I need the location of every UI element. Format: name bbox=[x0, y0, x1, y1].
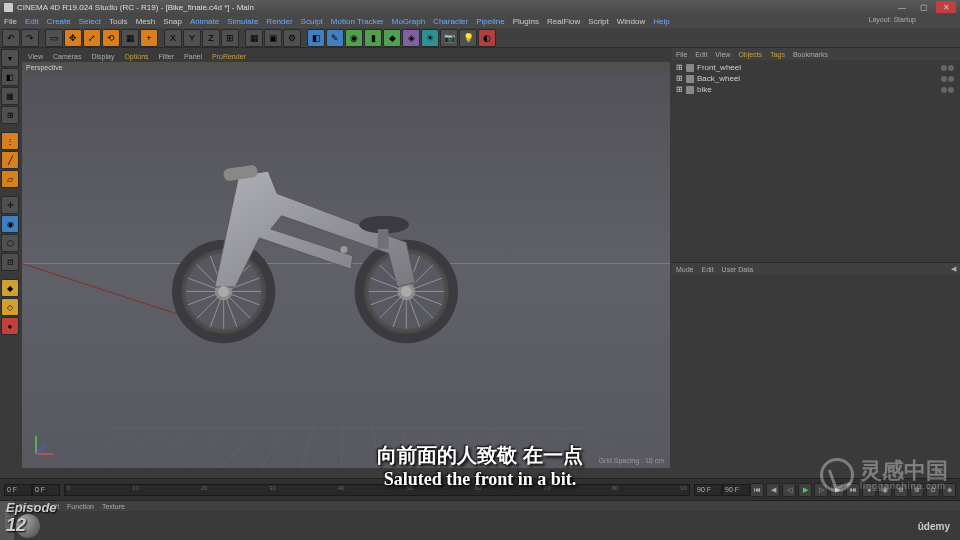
vp-menu-prorender[interactable]: ProRender bbox=[212, 53, 246, 60]
tl-goto-start[interactable]: ⏮ bbox=[750, 483, 764, 497]
render-settings-button[interactable]: ⚙ bbox=[283, 29, 301, 47]
vp-menu-panel[interactable]: Panel bbox=[184, 53, 202, 60]
watermark: 灵感中国 lingganchina.com bbox=[820, 458, 948, 492]
menu-realflow[interactable]: RealFlow bbox=[547, 17, 580, 26]
menu-animate[interactable]: Animate bbox=[190, 17, 219, 26]
generator-button[interactable]: ◆ bbox=[383, 29, 401, 47]
material-list[interactable] bbox=[14, 511, 960, 540]
cube-primitive-button[interactable]: ◧ bbox=[307, 29, 325, 47]
menu-mesh[interactable]: Mesh bbox=[136, 17, 156, 26]
menu-help[interactable]: Help bbox=[653, 17, 669, 26]
misc-tool-3[interactable]: ● bbox=[1, 317, 19, 335]
menu-window[interactable]: Window bbox=[617, 17, 645, 26]
menu-edit[interactable]: Edit bbox=[25, 17, 39, 26]
select-tool[interactable]: ▭ bbox=[45, 29, 63, 47]
subdiv-button[interactable]: ◉ bbox=[345, 29, 363, 47]
menu-simulate[interactable]: Simulate bbox=[227, 17, 258, 26]
undo-button[interactable]: ↶ bbox=[2, 29, 20, 47]
object-tree[interactable]: ⊞Front_wheel ⊞Back_wheel ⊞bike bbox=[672, 60, 960, 97]
realflow-button[interactable]: ◐ bbox=[478, 29, 496, 47]
maximize-button[interactable]: ▢ bbox=[914, 1, 934, 13]
obj-menu-tags[interactable]: Tags bbox=[770, 51, 785, 58]
mat-menu-texture[interactable]: Texture bbox=[102, 503, 125, 510]
deformer-button[interactable]: ◈ bbox=[402, 29, 420, 47]
locked-tool[interactable]: + bbox=[140, 29, 158, 47]
tree-item-bike[interactable]: ⊞bike bbox=[674, 84, 958, 95]
light-button[interactable]: 💡 bbox=[459, 29, 477, 47]
misc-tool-2[interactable]: ◇ bbox=[1, 298, 19, 316]
polys-mode-button[interactable]: ▱ bbox=[1, 170, 19, 188]
tree-item-back-wheel[interactable]: ⊞Back_wheel bbox=[674, 73, 958, 84]
environment-button[interactable]: ☀ bbox=[421, 29, 439, 47]
render-pv-button[interactable]: ▣ bbox=[264, 29, 282, 47]
points-mode-button[interactable]: ⋮ bbox=[1, 132, 19, 150]
attr-nav-icon[interactable]: ◀ bbox=[951, 265, 956, 273]
menu-mograph[interactable]: MoGraph bbox=[392, 17, 425, 26]
make-editable-button[interactable]: ▾ bbox=[1, 49, 19, 67]
viewport-solo-button[interactable]: ◉ bbox=[1, 215, 19, 233]
snap-button[interactable]: ⬡ bbox=[1, 234, 19, 252]
model-mode-button[interactable]: ◧ bbox=[1, 68, 19, 86]
menu-snap[interactable]: Snap bbox=[163, 17, 182, 26]
menu-character[interactable]: Character bbox=[433, 17, 468, 26]
vp-menu-options[interactable]: Options bbox=[124, 53, 148, 60]
y-axis-button[interactable]: Y bbox=[183, 29, 201, 47]
mat-menu-function[interactable]: Function bbox=[67, 503, 94, 510]
menu-tools[interactable]: Tools bbox=[109, 17, 128, 26]
minimize-button[interactable]: — bbox=[892, 1, 912, 13]
workplane-snap-button[interactable]: ⊟ bbox=[1, 253, 19, 271]
extrude-button[interactable]: ▮ bbox=[364, 29, 382, 47]
last-tool[interactable]: ▦ bbox=[121, 29, 139, 47]
timeline-end2-field[interactable]: 90 F bbox=[722, 484, 750, 496]
obj-menu-bookmarks[interactable]: Bookmarks bbox=[793, 51, 828, 58]
edges-mode-button[interactable]: ╱ bbox=[1, 151, 19, 169]
texture-mode-button[interactable]: ▦ bbox=[1, 87, 19, 105]
attr-menu-mode[interactable]: Mode bbox=[676, 266, 694, 273]
timeline-start-field[interactable]: 0 F bbox=[4, 484, 32, 496]
x-axis-button[interactable]: X bbox=[164, 29, 182, 47]
workplane-button[interactable]: ⊞ bbox=[1, 106, 19, 124]
bike-model[interactable] bbox=[139, 120, 495, 365]
tl-prev-key[interactable]: ◀ bbox=[766, 483, 780, 497]
obj-menu-view[interactable]: View bbox=[715, 51, 730, 58]
redo-button[interactable]: ↷ bbox=[21, 29, 39, 47]
menu-motion-tracker[interactable]: Motion Tracker bbox=[331, 17, 384, 26]
menu-render[interactable]: Render bbox=[266, 17, 292, 26]
obj-menu-edit[interactable]: Edit bbox=[695, 51, 707, 58]
menu-file[interactable]: File bbox=[4, 17, 17, 26]
scale-tool[interactable]: ⤢ bbox=[83, 29, 101, 47]
close-button[interactable]: ✕ bbox=[936, 1, 956, 13]
z-axis-button[interactable]: Z bbox=[202, 29, 220, 47]
menu-sculpt[interactable]: Sculpt bbox=[301, 17, 323, 26]
menubar: File Edit Create Select Tools Mesh Snap … bbox=[0, 14, 960, 28]
obj-menu-file[interactable]: File bbox=[676, 51, 687, 58]
tl-play[interactable]: ▶ bbox=[798, 483, 812, 497]
attr-menu-edit[interactable]: Edit bbox=[702, 266, 714, 273]
vp-menu-display[interactable]: Display bbox=[91, 53, 114, 60]
axis-button[interactable]: ✛ bbox=[1, 196, 19, 214]
timeline-cur-field[interactable]: 0 F bbox=[32, 484, 60, 496]
rotate-tool[interactable]: ⟲ bbox=[102, 29, 120, 47]
attr-menu-userdata[interactable]: User Data bbox=[722, 266, 754, 273]
move-tool[interactable]: ✥ bbox=[64, 29, 82, 47]
menu-pipeline[interactable]: Pipeline bbox=[476, 17, 504, 26]
pen-tool-button[interactable]: ✎ bbox=[326, 29, 344, 47]
menu-create[interactable]: Create bbox=[47, 17, 71, 26]
coord-button[interactable]: ⊞ bbox=[221, 29, 239, 47]
menu-plugins[interactable]: Plugins bbox=[513, 17, 539, 26]
vp-menu-cameras[interactable]: Cameras bbox=[53, 53, 81, 60]
misc-tool-1[interactable]: ◆ bbox=[1, 279, 19, 297]
vp-menu-view[interactable]: View bbox=[28, 53, 43, 60]
render-view-button[interactable]: ▦ bbox=[245, 29, 263, 47]
axis-gizmo[interactable] bbox=[30, 430, 60, 460]
timeline-end-field[interactable]: 90 F bbox=[694, 484, 722, 496]
menu-script[interactable]: Script bbox=[588, 17, 608, 26]
camera-button[interactable]: 📷 bbox=[440, 29, 458, 47]
obj-menu-objects[interactable]: Objects bbox=[738, 51, 762, 58]
viewport-3d[interactable]: Grid Spacing : 10 cm bbox=[22, 73, 670, 468]
menu-select[interactable]: Select bbox=[79, 17, 101, 26]
layout-label: Layout: Startup bbox=[869, 16, 916, 23]
tree-item-front-wheel[interactable]: ⊞Front_wheel bbox=[674, 62, 958, 73]
vp-menu-filter[interactable]: Filter bbox=[159, 53, 175, 60]
tl-prev-frame[interactable]: ◁ bbox=[782, 483, 796, 497]
